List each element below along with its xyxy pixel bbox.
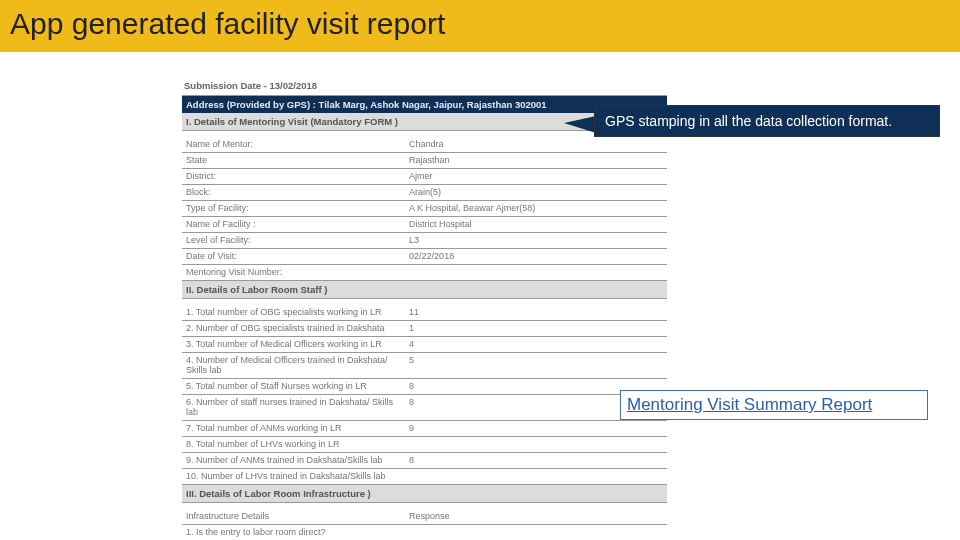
field-value: 4 [405,337,667,353]
field-value: 9 [405,421,667,437]
column-header: Infrastructure Details [182,509,405,525]
section-2-table: 1. Total number of OBG specialists worki… [182,305,667,485]
page-title-text: App generated facility visit report [10,7,445,41]
field-value: 1 [405,321,667,337]
table-row: Date of Visit:02/22/2018 [182,249,667,265]
page-title: App generated facility visit report [0,0,960,52]
table-row: StateRajasthan [182,153,667,169]
field-value [405,525,667,541]
table-row: Type of Facility:A K Hospital, Beawar Aj… [182,201,667,217]
submission-date: 13/02/2018 [270,80,318,91]
field-label: Date of Visit: [182,249,405,265]
table-row: 1. Total number of OBG specialists worki… [182,305,667,321]
gps-callout: GPS stamping in all the data collection … [594,105,940,137]
submission-row: Submission Date - 13/02/2018 [182,78,667,96]
table-row: 6. Number of staff nurses trained in Dak… [182,395,667,421]
address-value: Tilak Marg, Ashok Nagar, Jaipur, Rajasth… [319,99,547,110]
table-row: 3. Total number of Medical Officers work… [182,337,667,353]
field-value: 5 [405,353,667,379]
table-row: 5. Total number of Staff Nurses working … [182,379,667,395]
field-label: Name of Facility : [182,217,405,233]
field-label: 9. Number of ANMs trained in Dakshata/Sk… [182,453,405,469]
table-row: Level of Facility:L3 [182,233,667,249]
table-row: 9. Number of ANMs trained in Dakshata/Sk… [182,453,667,469]
field-value: Arain(5) [405,185,667,201]
summary-report-link[interactable]: Mentoring Visit Summary Report [620,390,928,420]
field-value: Rajasthan [405,153,667,169]
table-row: 7. Total number of ANMs working in LR9 [182,421,667,437]
table-row: 2. Number of OBG specialists trained in … [182,321,667,337]
table-row: Name of Facility :District Hospital [182,217,667,233]
field-value: 02/22/2018 [405,249,667,265]
section-1-table: Name of Mentor:Chandra StateRajasthan Di… [182,137,667,281]
field-label: 2. Number of OBG specialists trained in … [182,321,405,337]
table-row: Block:Arain(5) [182,185,667,201]
table-row: Infrastructure Details Response [182,509,667,525]
callout-pointer-icon [564,116,596,133]
field-label: 10. Number of LHVs trained in Dakshata/S… [182,469,405,485]
column-header: Response [405,509,667,525]
table-row: Mentoring Visit Number: [182,265,667,281]
field-value: 8 [405,453,667,469]
field-label: 3. Total number of Medical Officers work… [182,337,405,353]
table-row: District:Ajmer [182,169,667,185]
table-row: 4. Number of Medical Officers trained in… [182,353,667,379]
field-label: Type of Facility: [182,201,405,217]
field-label: State [182,153,405,169]
table-row: 1. Is the entry to labor room direct? [182,525,667,541]
field-label: 1. Total number of OBG specialists worki… [182,305,405,321]
field-label: 4. Number of Medical Officers trained in… [182,353,405,379]
callout-text: GPS stamping in all the data collection … [605,113,892,129]
field-value: 11 [405,305,667,321]
table-row: Name of Mentor:Chandra [182,137,667,153]
section-2-header: II. Details of Labor Room Staff ) [182,281,667,299]
field-value: A K Hospital, Beawar Ajmer(58) [405,201,667,217]
section-3-header: III. Details of Labor Room Infrastructur… [182,485,667,503]
table-row: 10. Number of LHVs trained in Dakshata/S… [182,469,667,485]
summary-report-link-text: Mentoring Visit Summary Report [627,395,872,415]
field-label: 7. Total number of ANMs working in LR [182,421,405,437]
field-label: Block: [182,185,405,201]
field-value: Chandra [405,137,667,153]
field-label: 1. Is the entry to labor room direct? [182,525,405,541]
field-label: District: [182,169,405,185]
submission-label: Submission Date - [184,80,267,91]
field-label: Level of Facility: [182,233,405,249]
field-label: Name of Mentor: [182,137,405,153]
field-label: Mentoring Visit Number: [182,265,405,281]
address-label: Address (Provided by GPS) : [186,99,316,110]
field-value [405,437,667,453]
field-value: L3 [405,233,667,249]
field-value: Ajmer [405,169,667,185]
report-document: Submission Date - 13/02/2018 Address (Pr… [182,78,667,540]
field-label: 6. Number of staff nurses trained in Dak… [182,395,405,421]
section-3-table: Infrastructure Details Response 1. Is th… [182,509,667,540]
field-value [405,265,667,281]
field-label: 5. Total number of Staff Nurses working … [182,379,405,395]
field-label: 8. Total number of LHVs working in LR [182,437,405,453]
field-value: District Hospital [405,217,667,233]
field-value [405,469,667,485]
table-row: 8. Total number of LHVs working in LR [182,437,667,453]
